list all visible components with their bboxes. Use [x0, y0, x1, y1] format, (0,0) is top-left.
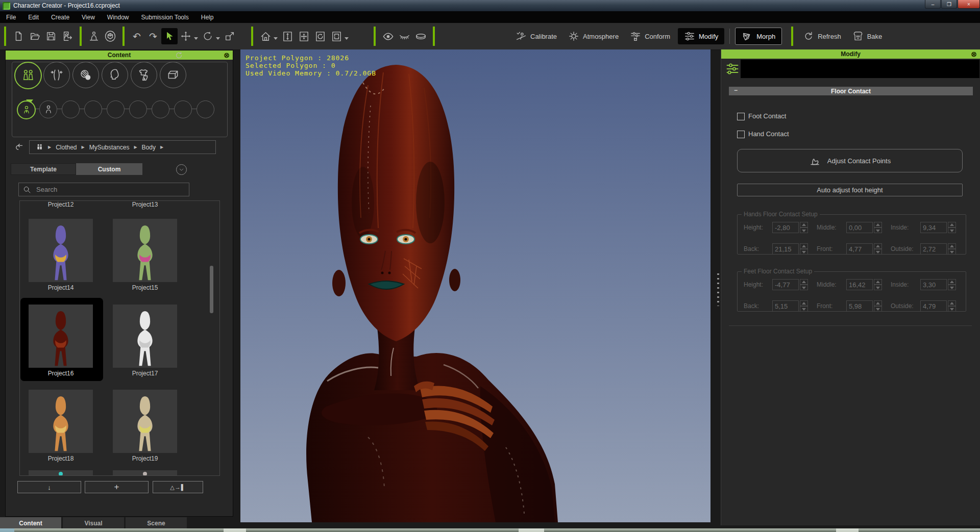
atmosphere-button[interactable]: Atmosphere [568, 31, 619, 42]
project-thumbnail[interactable] [113, 219, 177, 282]
content-panel-close-icon[interactable]: ⊗ [224, 50, 230, 60]
conform-button[interactable]: Conform [630, 31, 670, 42]
home-view-button[interactable] [257, 28, 274, 44]
spinner-arrows[interactable] [800, 222, 808, 233]
eyelash-visibility-button[interactable] [396, 28, 412, 44]
minimize-button[interactable]: – [925, 0, 941, 9]
bottom-tab-content[interactable]: Content [0, 517, 61, 529]
auto-adjust-foot-height-button[interactable]: Auto adjust foot height [737, 184, 963, 196]
taskbar-item[interactable] [519, 528, 544, 532]
spinner-arrows[interactable] [800, 279, 808, 290]
panel-splitter-handle[interactable] [717, 273, 719, 306]
spinner-arrows[interactable] [800, 243, 808, 255]
outside-spinner[interactable]: 4,79 [920, 300, 947, 312]
foot-contact-checkbox[interactable] [737, 113, 745, 120]
modify-tab-strip[interactable] [741, 60, 979, 78]
floor-visibility-button[interactable] [412, 28, 429, 44]
scale-tool-button[interactable] [222, 28, 238, 44]
subcategory-empty[interactable] [62, 100, 80, 118]
tab-template[interactable]: Template [11, 163, 76, 175]
height-spinner[interactable]: -2,80 [772, 222, 799, 233]
category-body-morph[interactable] [43, 62, 70, 88]
sync-icon[interactable] [175, 51, 184, 60]
front-spinner[interactable]: 4,77 [846, 243, 873, 255]
taskbar-item[interactable] [224, 528, 246, 532]
bake-button[interactable]: Bake [852, 31, 883, 42]
pan-view-button[interactable] [296, 28, 312, 44]
project-label[interactable]: Project13 [113, 201, 177, 208]
spinner-arrows[interactable] [874, 243, 882, 255]
project-label[interactable]: Project15 [113, 284, 177, 291]
spinner-arrows[interactable] [948, 222, 956, 233]
refresh-button[interactable]: Refresh [803, 31, 841, 42]
export-character-button[interactable] [59, 28, 76, 44]
select-tool-button[interactable] [161, 28, 178, 44]
height-spinner[interactable]: -4,77 [772, 279, 799, 290]
breadcrumb-root-icon[interactable] [36, 143, 43, 151]
subcategory-empty[interactable] [152, 100, 169, 118]
breadcrumb-back-icon[interactable] [14, 142, 25, 153]
middle-spinner[interactable]: 16,42 [846, 279, 873, 290]
back-spinner[interactable]: 21,15 [772, 243, 799, 255]
close-button[interactable]: × [958, 0, 980, 9]
hand-contact-checkbox[interactable] [737, 131, 745, 138]
subcategory-empty[interactable] [174, 100, 192, 118]
redo-button[interactable]: ↷ [145, 28, 161, 44]
rotate-tool-button[interactable] [200, 28, 216, 44]
spinner-arrows[interactable] [948, 279, 956, 290]
floor-contact-section-header[interactable]: − Floor Contact [729, 87, 973, 95]
project-label[interactable]: Project12 [29, 201, 93, 208]
bottom-tab-visual[interactable]: Visual [63, 517, 124, 529]
frame-camera-dropdown[interactable] [345, 37, 349, 42]
menu-help[interactable]: Help [195, 11, 220, 23]
spinner-arrows[interactable] [948, 300, 956, 312]
front-spinner[interactable]: 5,98 [846, 300, 873, 312]
subcategory-empty[interactable] [197, 100, 214, 118]
add-content-button[interactable]: + [85, 481, 149, 493]
spinner-arrows[interactable] [800, 300, 808, 312]
move-tool-button[interactable] [178, 28, 194, 44]
move-tool-dropdown[interactable] [194, 37, 198, 42]
category-character[interactable] [14, 62, 42, 89]
project-thumbnail[interactable] [29, 390, 93, 453]
undo-button[interactable]: ↶ [129, 28, 145, 44]
home-view-dropdown[interactable] [274, 37, 278, 42]
scene-cube-button[interactable] [102, 28, 118, 44]
show-eye-button[interactable] [380, 28, 396, 44]
inside-spinner[interactable]: 9,34 [920, 222, 947, 233]
subcategory-character-selected[interactable] [17, 100, 36, 119]
expand-tabs-button[interactable] [176, 164, 187, 175]
project-thumbnail-selected[interactable] [29, 305, 93, 368]
modify-panel-close-icon[interactable]: ⊗ [971, 49, 977, 59]
spinner-arrows[interactable] [948, 243, 956, 255]
project-label[interactable]: Project18 [29, 455, 93, 462]
apply-to-character-button[interactable]: △→▌ [153, 481, 203, 493]
project-label[interactable]: Project19 [113, 455, 177, 462]
grid-scrollbar[interactable] [210, 266, 213, 313]
maximize-button[interactable]: ❐ [941, 0, 957, 9]
search-input[interactable] [35, 185, 175, 194]
subcategory-empty[interactable] [84, 100, 102, 118]
tab-custom[interactable]: Custom [76, 163, 142, 175]
new-project-button[interactable] [10, 28, 27, 44]
menu-window[interactable]: Window [101, 11, 135, 23]
project-label[interactable]: Project14 [29, 284, 93, 291]
collapse-icon[interactable]: − [734, 87, 738, 94]
subcategory-empty[interactable] [129, 100, 147, 118]
character-pose-button[interactable] [86, 28, 102, 44]
start-button-sliver[interactable] [0, 528, 14, 532]
orbit-view-button[interactable] [312, 28, 328, 44]
morph-button[interactable]: Morph [735, 28, 782, 45]
adjust-contact-points-button[interactable]: Adjust Contact Points [737, 149, 963, 172]
breadcrumb-item-clothed[interactable]: Clothed [56, 144, 77, 151]
menu-view[interactable]: View [76, 11, 101, 23]
spinner-arrows[interactable] [874, 222, 882, 233]
bottom-tab-scene[interactable]: Scene [126, 517, 187, 529]
viewport-3d[interactable]: Project Polygon : 28026Selected Polygon … [240, 49, 710, 522]
breadcrumb-item-mysubstances[interactable]: MySubstances [89, 144, 130, 151]
subcategory-empty[interactable] [107, 100, 125, 118]
project-label[interactable]: Project16 [29, 370, 93, 377]
fit-vertical-button[interactable] [279, 28, 296, 44]
menu-create[interactable]: Create [45, 11, 76, 23]
breadcrumb-item-body[interactable]: Body [142, 144, 156, 151]
